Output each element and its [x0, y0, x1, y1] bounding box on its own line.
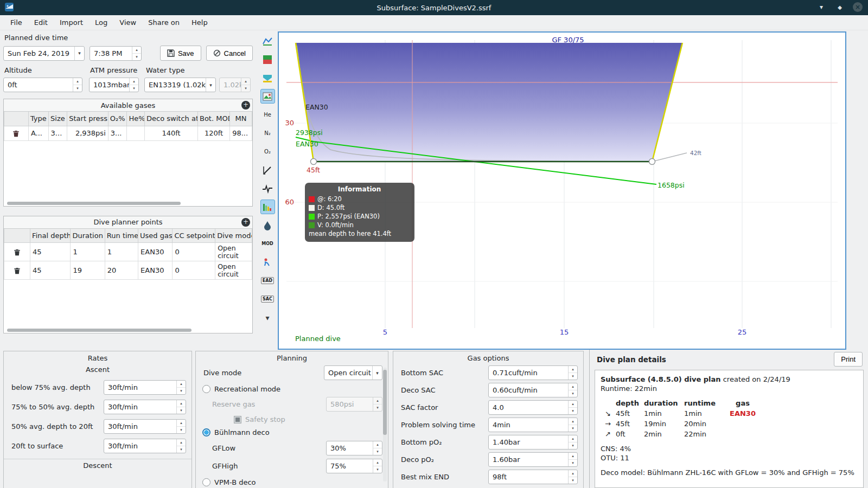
menu-view[interactable]: View	[113, 16, 142, 29]
planner-point-row[interactable]: 45 19 20 EAN30 0 Open circuit	[4, 261, 252, 280]
best-mix-end-stepper[interactable]: 98ft▴▾	[488, 470, 578, 484]
waypoint-handle[interactable]	[311, 159, 317, 165]
spin-down-icon[interactable]: ▾	[73, 85, 82, 92]
rate-label: below 75% avg. depth	[11, 383, 104, 391]
ndl-tts-toggle-icon[interactable]	[260, 255, 275, 269]
menu-import[interactable]: Import	[54, 16, 89, 29]
col-o2[interactable]: O₂%	[108, 112, 127, 126]
ascent-rate-surface-stepper[interactable]: 30ft/min▴▾	[104, 439, 186, 453]
minimize-icon[interactable]: ▾	[816, 2, 827, 12]
nitrogen-graph-toggle[interactable]: N₂	[260, 126, 275, 140]
chevron-down-icon[interactable]: ▾	[372, 366, 382, 380]
col-start-press[interactable]: Start press	[67, 112, 108, 126]
dc-ceiling-toggle-icon[interactable]	[260, 52, 275, 67]
add-point-button[interactable]: +	[241, 218, 250, 227]
chevron-down-icon[interactable]: ▾	[74, 47, 84, 60]
bottom-sac-stepper[interactable]: 0.71cuft/min▴▾	[488, 365, 578, 380]
spin-down-icon[interactable]: ▾	[132, 54, 141, 60]
col-size[interactable]: Size	[48, 112, 67, 126]
spin-up-icon[interactable]: ▴	[130, 78, 138, 85]
chevron-down-icon[interactable]: ▾	[206, 78, 215, 92]
problem-solving-time-stepper[interactable]: 4min▴▾	[488, 418, 578, 432]
dive-date-select[interactable]: Sun Feb 24, 2019 ▾	[3, 46, 85, 61]
add-gas-button[interactable]: +	[241, 101, 250, 110]
dive-planner-points-panel: Dive planner points + Final depth Durati…	[3, 216, 253, 334]
col-type[interactable]: Type	[28, 112, 48, 126]
sac-factor-stepper[interactable]: 4.0▴▾	[488, 400, 578, 415]
save-button[interactable]: Save	[160, 46, 201, 61]
bottom-po2-stepper[interactable]: 1.40bar▴▾	[488, 435, 578, 450]
spin-up-icon[interactable]: ▴	[73, 78, 82, 85]
tissues-toggle-icon[interactable]	[260, 200, 275, 214]
profile-info-tooltip[interactable]: Information @: 6:20 D: 45.0ft P: 2,557ps…	[305, 183, 414, 242]
ead-toggle[interactable]: EAD	[260, 273, 275, 288]
spin-up-icon[interactable]: ▴	[132, 47, 141, 54]
col-duration[interactable]: Duration	[71, 229, 105, 243]
waypoint-handle[interactable]	[649, 159, 655, 165]
col-dive-mode[interactable]: Dive mode	[215, 229, 252, 243]
pp-graph-toggle-icon[interactable]	[260, 34, 275, 48]
buhlmann-deco-radio[interactable]: Bühlmann deco	[202, 428, 382, 436]
print-button[interactable]: Print	[834, 352, 863, 367]
ascent-rate-20ft-stepper[interactable]: 30ft/min▴▾	[104, 419, 186, 434]
dive-mode-select[interactable]: Open circuit ▾	[324, 365, 382, 380]
deco-sac-stepper[interactable]: 0.60cuft/min▴▾	[488, 383, 578, 397]
start-gas-label: EAN30	[296, 140, 318, 148]
maximize-icon[interactable]: ◆	[834, 2, 845, 12]
tooltip-line: V: 0.0ft/min	[317, 221, 354, 229]
cancel-button[interactable]: Cancel	[206, 46, 253, 61]
gas-row[interactable]: A... 3... 2,938psi 3... 140ft 120ft 98..…	[4, 126, 252, 140]
col-cc-setpoint[interactable]: CC setpoint	[173, 229, 215, 243]
dive-time-stepper[interactable]: 7:38 PM ▴▾	[90, 46, 142, 61]
recreational-mode-radio[interactable]: Recreational mode	[202, 385, 382, 393]
rate-label: 50% avg. depth to 20ft	[11, 422, 104, 431]
mod-toggle[interactable]: MOD	[260, 236, 275, 251]
gflow-stepper[interactable]: 30%▴▾	[326, 441, 382, 455]
water-type-select[interactable]: EN13319 (1.02k ▾	[144, 78, 216, 92]
col-bot-mod[interactable]: Bot. MOD	[197, 112, 229, 126]
atm-pressure-stepper[interactable]: 1013mbar ▴▾	[89, 78, 139, 92]
time-tick-5: 5	[383, 328, 387, 336]
col-deco-switch[interactable]: Deco switch at	[145, 112, 198, 126]
vpmb-deco-radio[interactable]: VPM-B deco	[202, 478, 382, 486]
gases-hscrollbar[interactable]	[4, 201, 252, 206]
oxygen-graph-toggle[interactable]: O₂	[260, 144, 275, 159]
deco-po2-stepper[interactable]: 1.60bar▴▾	[488, 452, 578, 467]
plan-created: created on 2/24/19	[721, 375, 790, 383]
gas-density-toggle-icon[interactable]	[260, 218, 275, 233]
col-he[interactable]: He%	[127, 112, 145, 126]
close-icon[interactable]: ×	[853, 2, 863, 12]
ascent-rate-75-stepper[interactable]: 30ft/min▴▾	[104, 380, 186, 395]
helium-graph-toggle[interactable]: He	[260, 107, 275, 122]
planner-point-row[interactable]: 45 1 1 EAN30 0 Open circuit	[4, 243, 252, 261]
spin-down-icon[interactable]: ▾	[130, 85, 138, 92]
delete-point-icon[interactable]	[13, 248, 21, 256]
altitude-stepper[interactable]: 0ft ▴▾	[3, 78, 82, 92]
ascent-rate-50-stepper[interactable]: 30ft/min▴▾	[104, 400, 186, 414]
col-mnd[interactable]: MN	[230, 112, 252, 126]
col-final-depth[interactable]: Final depth	[30, 229, 71, 243]
col-run-time[interactable]: Run time	[105, 229, 138, 243]
time-tick-25: 25	[738, 328, 747, 336]
points-hscrollbar[interactable]	[4, 328, 252, 333]
delete-gas-icon[interactable]	[12, 130, 20, 138]
gflow-label: GFLow	[212, 444, 326, 452]
collapse-toolbar-chevron-icon[interactable]: ▾	[260, 310, 275, 325]
ruler-toggle-icon[interactable]	[260, 163, 275, 177]
planning-scrollbar[interactable]	[383, 368, 387, 481]
tooltip-line: P: 2,557psi (EAN30)	[317, 212, 380, 221]
menu-share-on[interactable]: Share on	[142, 16, 186, 29]
gfhigh-stepper[interactable]: 75%▴▾	[326, 459, 382, 473]
delete-point-icon[interactable]	[13, 267, 21, 275]
heartrate-toggle-icon[interactable]	[260, 181, 275, 196]
menu-file[interactable]: File	[4, 16, 28, 29]
photos-toggle-icon[interactable]	[260, 89, 275, 104]
dive-profile-chart[interactable]: GF 30/75 30 60 5 15 25 EAN30 2938psi EAN…	[278, 31, 846, 350]
col-used-gas[interactable]: Used gas	[138, 229, 173, 243]
sac-toggle[interactable]: SAC	[260, 292, 275, 306]
menu-edit[interactable]: Edit	[28, 16, 54, 29]
calc-ceiling-toggle-icon[interactable]	[260, 70, 275, 85]
menu-help[interactable]: Help	[186, 16, 214, 29]
legend-swatch	[309, 205, 315, 211]
menu-log[interactable]: Log	[89, 16, 113, 29]
